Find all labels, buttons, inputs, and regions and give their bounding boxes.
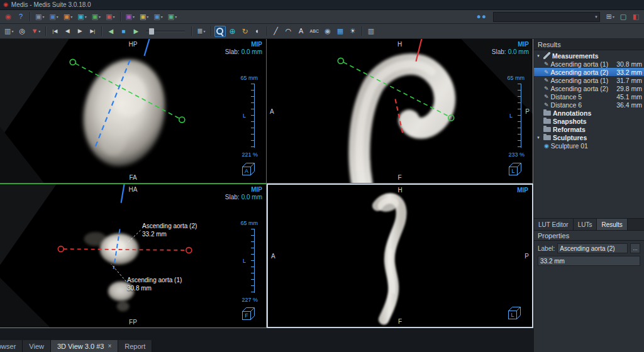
marker-icon[interactable]: ▼▾ <box>29 26 42 37</box>
play-backward-button[interactable]: ◀ <box>105 26 116 37</box>
more-options-button[interactable]: ... <box>630 243 640 253</box>
medis-logo-icon[interactable]: ◉ <box>3 11 14 23</box>
tab-label: owser <box>0 343 16 350</box>
sync-options-icon-glyph: ≣ <box>197 28 203 35</box>
sculpture-row[interactable]: ◉ Sculpture 01 <box>534 141 644 150</box>
play-backward-button-glyph: ◀ <box>108 28 113 35</box>
measurement-callout[interactable]: Ascending aorta (1) 30.8 mm <box>127 276 182 292</box>
cine-icon-glyph: ▥ <box>4 28 11 35</box>
window-level-button-glyph: ◐ <box>255 28 260 35</box>
last-frame-button[interactable]: ▶| <box>87 26 98 37</box>
app-compare-icon[interactable]: ▣▾ <box>138 11 150 23</box>
viewport-top-left[interactable]: HP FA MIP Slab:0.0 mm 65 mm L 221 % A <box>0 39 267 184</box>
tree-group-annotations[interactable]: Annotations <box>534 109 644 117</box>
scale-label: 65 mm <box>240 75 258 81</box>
measurement-value-input[interactable] <box>538 256 640 266</box>
app-browser-icon[interactable]: ▣▾ <box>33 11 46 23</box>
tab-view[interactable]: View <box>23 340 51 352</box>
measurement-row[interactable]: ✎ Distance 6 36.4 mm <box>534 101 644 109</box>
window-title: Medis - Medis Suite 3.0.18.0 <box>11 1 91 8</box>
tab-luts[interactable]: LUTs <box>574 219 597 230</box>
tab-results[interactable]: Results <box>597 219 627 230</box>
tree-group-snapshots[interactable]: Snapshots <box>534 117 644 125</box>
scout-lines-icon[interactable]: ◎ <box>16 26 28 37</box>
snapshot-camera-button[interactable]: ◉ <box>322 26 333 37</box>
pan-tool-button[interactable]: ⊕ <box>227 26 238 37</box>
app-report-icon-glyph: ▣ <box>126 13 132 20</box>
viewport-bottom-left[interactable]: HA FP MIP Slab:0.0 mm 65 mm L 227 % Asce… <box>0 184 267 328</box>
play-button[interactable]: ▶ <box>130 26 142 37</box>
label-input[interactable] <box>557 243 628 253</box>
previous-frame-button[interactable]: ◀ <box>62 26 73 37</box>
cine-icon[interactable]: ▥▾ <box>3 26 15 37</box>
zoom-tool-button[interactable] <box>214 26 226 37</box>
rotate-tool-button[interactable]: ↻ <box>240 26 251 37</box>
distance-measure-button[interactable]: ╱ <box>270 26 282 37</box>
stop-button[interactable]: ■ <box>118 26 129 37</box>
viewport-top-right[interactable]: H F A P MIP Slab:0.0 mm 65 mm L 233 % L <box>267 39 533 184</box>
measurement-value: 31.7 mm <box>616 77 643 84</box>
cube-letter: F <box>245 312 248 319</box>
users-icon[interactable]: ☻☻ <box>474 11 489 23</box>
window-icons-group: ⊞▾▢◧ <box>604 11 641 23</box>
close-tab-icon[interactable]: × <box>108 343 111 349</box>
expander-icon[interactable]: ▾ <box>535 53 541 58</box>
layout-grid-button[interactable]: ▦ <box>335 26 346 37</box>
toolbar-separator <box>211 26 211 36</box>
orientation-cube[interactable]: A <box>240 162 257 178</box>
lut-star-button[interactable]: ☀ <box>347 26 358 37</box>
orientation-cube[interactable]: L <box>506 305 523 322</box>
curve-measure-button[interactable]: ◠ <box>283 26 294 37</box>
tree-group-sculptures[interactable]: ▾ Sculptures <box>534 133 644 141</box>
tab-browser[interactable]: owser <box>0 340 23 352</box>
search-combo[interactable]: ▾ <box>493 12 600 22</box>
app-3d-view-icon[interactable]: ▣▾ <box>90 11 103 23</box>
sculpture-icon: ◉ <box>544 143 549 149</box>
app-qmass-icon-glyph: ▣ <box>64 13 70 20</box>
measurement-row[interactable]: ✎ Ascending aorta (2) 29.8 mm <box>534 84 644 92</box>
slider-handle[interactable] <box>149 28 154 35</box>
results-panel: Results ▾ Measurements ✎ Ascending aorta… <box>533 39 644 352</box>
measurement-callout[interactable]: Ascending aorta (2) 33.2 mm <box>142 222 197 238</box>
measurement-row[interactable]: ✎ Ascending aorta (1) 31.7 mm <box>534 76 644 84</box>
app-study-icon[interactable]: ▣▾ <box>152 11 164 23</box>
tree-group-reformats[interactable]: Reformats <box>534 125 644 133</box>
app-viewer-icon[interactable]: ▣▾ <box>47 11 60 23</box>
export-button[interactable]: ▥ <box>365 26 377 37</box>
app-tools-icon[interactable]: ▣▾ <box>166 11 179 23</box>
dropdown-caret-icon: ▾ <box>161 14 163 19</box>
expander-icon[interactable]: ▾ <box>535 135 541 140</box>
app-qmass-icon[interactable]: ▣▾ <box>62 11 74 23</box>
medis-window-icon[interactable]: ◧ <box>630 11 641 23</box>
window-level-button[interactable]: ◐ <box>252 26 264 37</box>
monitor-icon[interactable]: ▢ <box>618 11 629 23</box>
screen-layout-icon[interactable]: ⊞▾ <box>604 11 616 23</box>
tab-lut-editor[interactable]: LUT Editor <box>534 219 574 230</box>
sync-options-icon[interactable]: ≣▾ <box>195 26 207 37</box>
slab-readout: Slab:0.0 mm <box>492 48 529 55</box>
viewport-bottom-right[interactable]: H F A P MIP L <box>267 184 533 328</box>
measurement-row[interactable]: ✎ Distance 5 45.1 mm <box>534 92 644 101</box>
app-qangio-icon[interactable]: ▣▾ <box>104 11 116 23</box>
dropdown-caret-icon: ▾ <box>175 14 177 19</box>
first-frame-button[interactable]: |◀ <box>49 26 60 37</box>
measurement-row[interactable]: ✎ Ascending aorta (1) 30.8 mm <box>534 60 644 68</box>
label-tool-button[interactable]: A <box>296 26 307 37</box>
tree-group-measurements[interactable]: ▾ Measurements <box>534 52 644 60</box>
help-icon[interactable]: ? <box>15 11 26 23</box>
orientation-cube[interactable]: F <box>240 306 257 322</box>
orientation-cube[interactable]: L <box>507 162 523 178</box>
callout-value: 33.2 mm <box>142 230 197 238</box>
cine-position-slider[interactable] <box>146 27 185 36</box>
cube-letter: L <box>511 312 514 318</box>
app-report-icon[interactable]: ▣▾ <box>124 11 136 23</box>
tab-report[interactable]: Report <box>118 340 152 352</box>
dropdown-caret-icon: ▾ <box>11 29 13 33</box>
axis-label: L <box>243 258 246 264</box>
axis-label: L <box>243 113 246 119</box>
tab-3d-view[interactable]: 3D View 3.0 #3× <box>51 340 118 352</box>
app-qflow-icon[interactable]: ▣▾ <box>75 11 88 23</box>
text-annotation-button[interactable]: ABC <box>308 26 321 37</box>
next-frame-button[interactable]: ▶ <box>74 26 86 37</box>
measurement-row-selected[interactable]: ✎ Ascending aorta (2) 33.2 mm <box>534 68 644 76</box>
